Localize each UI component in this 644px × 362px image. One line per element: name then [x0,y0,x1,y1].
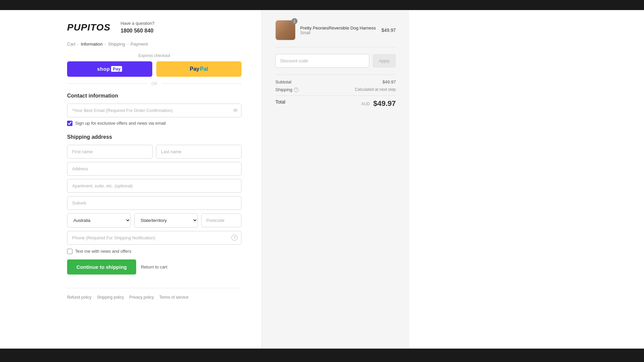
top-bar [0,0,644,10]
state-select[interactable]: State/territory NSW VIC QLD WA SA TAS AC… [134,213,198,228]
apt-input[interactable] [67,179,241,193]
phone-number: 1800 560 840 [120,27,154,35]
paypal-logo: PayPal [190,66,208,72]
sep-3: › [127,42,128,47]
product-variant: Small [300,31,377,35]
first-name-input[interactable] [67,145,153,159]
total-label: Total [275,99,285,108]
continue-button[interactable]: Continue to shipping [67,259,136,275]
paypal-p2: Pal [200,66,208,72]
product-name: Pretty PeoniesReversible Dog Harness [300,25,377,31]
subtotal-value: $49.97 [382,79,396,84]
product-quantity-badge: 1 [291,18,298,24]
breadcrumb: Cart › Information › Shipping › Payment [67,42,241,47]
express-buttons: shop Pay PayPal [67,61,241,77]
bottom-bar [0,349,644,362]
right-panel: 1 Pretty PeoniesReversible Dog Harness S… [262,10,409,349]
left-panel: PUPITOS Have a question? 1800 560 840 Ca… [0,10,262,349]
email-input[interactable] [67,104,241,117]
apt-group [67,179,241,193]
discount-row: Apply [275,54,396,68]
express-checkout-label: Express checkout [67,53,241,58]
sep-2: › [105,42,106,47]
total-currency: AUD [361,102,370,106]
email-icon: ✉ [233,108,237,113]
shoppay-text: shop [97,66,110,72]
refund-policy-link[interactable]: Refund policy [67,295,92,300]
shipping-section: Shipping address Australia [67,134,241,254]
breadcrumb-cart[interactable]: Cart [67,42,75,47]
header: PUPITOS Have a question? 1800 560 840 [67,20,241,35]
product-price: $49.97 [381,27,396,33]
phone-input[interactable] [67,231,241,245]
apply-button[interactable]: Apply [373,54,396,68]
footer-links: Refund policy Shipping policy Privacy po… [67,288,241,300]
newsletter-label: Sign up for exclusive offers and news vi… [75,121,166,126]
address-input[interactable] [67,162,241,176]
shipping-label: Shipping [275,87,292,92]
privacy-policy-link[interactable]: Privacy policy [129,295,154,300]
shipping-info-icon[interactable]: ? [294,87,299,92]
total-value: $49.97 [373,99,396,108]
sms-checkbox-row: Text me with news and offers [67,249,241,254]
email-row: ✉ [67,104,241,117]
total-amount: AUD $49.97 [361,99,396,108]
question-label: Have a question? [120,20,154,27]
subtotal-label: Subtotal [275,79,291,84]
first-name-group [67,145,153,159]
last-name-group [156,145,241,159]
shipping-info: Shipping ? [275,87,299,92]
newsletter-checkbox[interactable] [67,121,72,126]
phone-info-icon[interactable]: ? [231,235,237,241]
breadcrumb-shipping[interactable]: Shipping [108,42,125,47]
phone-row: ? [67,231,241,245]
postcode-input[interactable] [201,214,241,227]
product-row: 1 Pretty PeoniesReversible Dog Harness S… [275,20,396,47]
contact-section: Contact information ✉ Sign up for exclus… [67,93,241,126]
shipping-section-title: Shipping address [67,134,241,140]
shipping-row: Shipping ? Calculated at next step [275,87,396,92]
contact-section-title: Contact information [67,93,241,99]
shoppay-logo: shop Pay [97,66,122,72]
product-info: Pretty PeoniesReversible Dog Harness Sma… [300,25,377,35]
actions-row: Continue to shipping Return to cart [67,259,241,275]
shoppay-pay: Pay [111,66,122,72]
or-label: OR [151,81,157,86]
product-image-wrapper: 1 [275,20,296,40]
logo: PUPITOS [67,22,110,33]
terms-link[interactable]: Terms of service [159,295,189,300]
totals-section: Subtotal $49.97 Shipping ? Calculated at… [275,74,396,108]
sep-1: › [77,42,79,47]
subtotal-row: Subtotal $49.97 [275,79,396,84]
name-row [67,145,241,159]
breadcrumb-payment[interactable]: Payment [130,42,148,47]
shipping-policy-link[interactable]: Shipping policy [97,295,124,300]
sms-label: Text me with news and offers [75,249,131,254]
express-checkout: Express checkout shop Pay PayPal OR [67,53,241,86]
shipping-value: Calculated at next step [355,87,396,92]
address-row: Australia New Zealand United States Stat… [67,213,241,228]
sms-checkbox[interactable] [67,249,72,254]
address-group [67,162,241,176]
return-button[interactable]: Return to cart [141,264,167,269]
paypal-button[interactable]: PayPal [156,61,241,77]
shoppay-button[interactable]: shop Pay [67,61,152,77]
country-select[interactable]: Australia New Zealand United States [67,213,131,228]
discount-input[interactable] [275,54,369,68]
breadcrumb-information: Information [81,42,103,47]
paypal-p1: Pay [190,66,199,72]
newsletter-checkbox-row: Sign up for exclusive offers and news vi… [67,121,241,126]
contact-info: Have a question? 1800 560 840 [120,20,154,35]
or-divider: OR [67,81,241,86]
grand-total-row: Total AUD $49.97 [275,96,396,108]
suburb-group [67,196,241,210]
suburb-input[interactable] [67,196,241,210]
last-name-input[interactable] [156,145,241,159]
